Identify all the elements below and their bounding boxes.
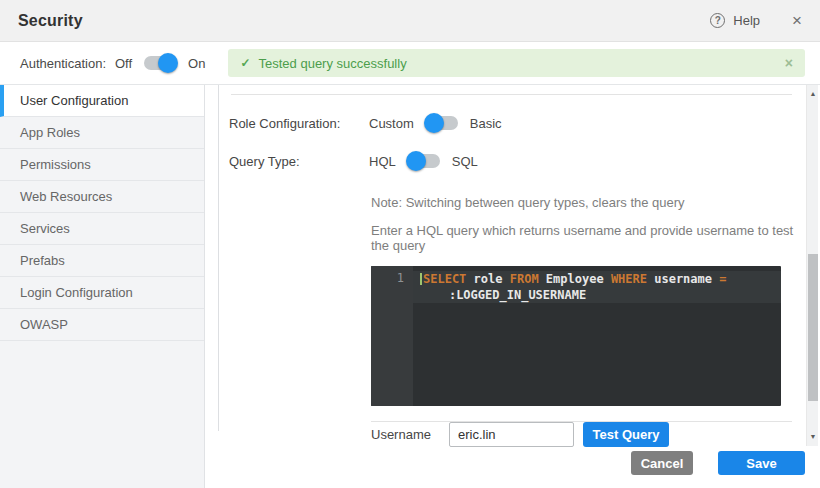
sidebar-item-app-roles[interactable]: App Roles xyxy=(0,117,204,149)
banner-message: Tested query successfully xyxy=(259,56,407,71)
help-link[interactable]: Help xyxy=(733,13,760,28)
close-icon[interactable]: × xyxy=(792,12,802,29)
toggle-knob xyxy=(406,151,426,171)
main-content: Role Configuration: Custom Basic Query T… xyxy=(205,85,820,488)
success-banner: ✓ Tested query successfully × xyxy=(228,49,805,77)
sidebar-item-permissions[interactable]: Permissions xyxy=(0,149,204,181)
code-line-1: SELECT role FROM Employee WHERE username… xyxy=(413,271,781,287)
text-caret xyxy=(420,273,422,285)
editor-code-area[interactable]: SELECT role FROM Employee WHERE username… xyxy=(413,266,781,406)
role-config-basic-label: Basic xyxy=(470,116,502,131)
authentication-on-label: On xyxy=(188,56,205,71)
scroll-down-icon[interactable]: ▼ xyxy=(807,431,819,443)
query-type-note: Note: Switching between query types, cle… xyxy=(219,195,805,210)
check-icon: ✓ xyxy=(240,56,250,70)
sql-keyword: SELECT xyxy=(423,272,466,286)
test-query-button[interactable]: Test Query xyxy=(583,422,669,447)
dialog-header: Security ? Help × xyxy=(0,0,820,42)
toggle-knob xyxy=(424,113,444,133)
sidebar-item-user-configuration[interactable]: User Configuration xyxy=(0,85,204,117)
sql-operator: = xyxy=(719,272,726,286)
section-divider xyxy=(231,94,792,95)
settings-sidebar: User Configuration App Roles Permissions… xyxy=(0,85,205,488)
authentication-toggle[interactable] xyxy=(144,56,176,70)
security-dialog: Security ? Help × Authentication: Off On… xyxy=(0,0,820,488)
username-input[interactable] xyxy=(449,422,574,447)
query-type-toggle[interactable] xyxy=(408,154,440,168)
query-type-hql-label: HQL xyxy=(369,154,396,169)
editor-gutter: 1 xyxy=(371,266,413,406)
role-configuration-toggle[interactable] xyxy=(426,116,458,130)
query-type-sql-label: SQL xyxy=(452,154,478,169)
role-configuration-label: Role Configuration: xyxy=(229,116,369,131)
page-title: Security xyxy=(18,12,83,30)
help-icon[interactable]: ? xyxy=(710,13,725,28)
sql-keyword: WHERE xyxy=(611,272,647,286)
code-line-2: :LOGGED_IN_USERNAME xyxy=(413,287,781,303)
sidebar-item-web-resources[interactable]: Web Resources xyxy=(0,181,204,213)
username-label: Username xyxy=(371,427,449,442)
scroll-up-icon[interactable]: ▲ xyxy=(807,88,819,100)
query-type-label: Query Type: xyxy=(229,154,369,169)
user-configuration-panel: Role Configuration: Custom Basic Query T… xyxy=(218,85,805,431)
authentication-label: Authentication: xyxy=(20,56,115,71)
sidebar-item-services[interactable]: Services xyxy=(0,213,204,245)
vertical-scrollbar[interactable]: ▲ ▼ xyxy=(806,85,818,446)
scrollbar-thumb[interactable] xyxy=(808,254,818,401)
sql-keyword: FROM xyxy=(510,272,539,286)
cancel-button[interactable]: Cancel xyxy=(631,451,693,475)
sidebar-item-login-configuration[interactable]: Login Configuration xyxy=(0,277,204,309)
sql-parameter: :LOGGED_IN_USERNAME xyxy=(449,288,586,302)
authentication-row: Authentication: Off On ✓ Tested query su… xyxy=(0,42,820,84)
sql-identifier: role xyxy=(466,272,509,286)
sql-identifier: Employee xyxy=(539,272,611,286)
section-divider xyxy=(371,421,792,422)
line-number: 1 xyxy=(371,271,404,285)
banner-close-icon[interactable]: × xyxy=(785,55,793,71)
save-button[interactable]: Save xyxy=(718,451,805,475)
sql-identifier: username xyxy=(647,272,719,286)
sidebar-item-owasp[interactable]: OWASP xyxy=(0,309,204,341)
role-config-custom-label: Custom xyxy=(369,116,414,131)
authentication-off-label: Off xyxy=(115,56,132,71)
sidebar-item-prefabs[interactable]: Prefabs xyxy=(0,245,204,277)
toggle-knob xyxy=(158,53,178,73)
indent xyxy=(420,288,449,302)
query-instruction: Enter a HQL query which returns username… xyxy=(219,223,805,253)
query-code-editor[interactable]: 1 SELECT role FROM Employee WHERE userna… xyxy=(371,266,781,406)
